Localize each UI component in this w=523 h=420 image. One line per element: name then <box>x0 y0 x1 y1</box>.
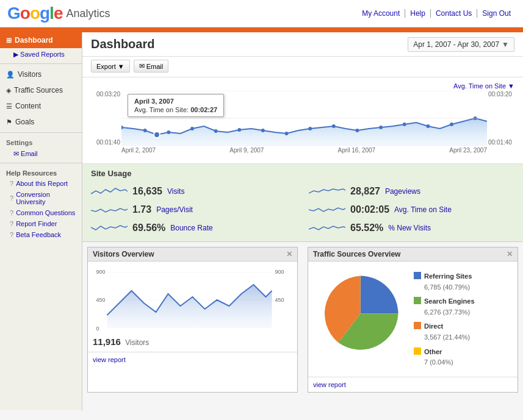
sidebar-item-visitors[interactable]: 👤 Visitors <box>0 66 82 82</box>
sidebar-dashboard-label: Dashboard <box>15 36 53 44</box>
legend-other-label: Other <box>424 347 453 358</box>
my-account-link[interactable]: My Account <box>357 9 405 18</box>
email-icon: ✉ <box>139 62 145 70</box>
legend-item-other: Other 7 (0.04%) <box>414 347 475 368</box>
chart-area: Avg. Time on Site ▼ 00:03:20 00:01:40 00… <box>82 77 523 164</box>
legend-search-value: 6,276 (37.73%) <box>424 307 475 318</box>
visitors-panel-body: 900 450 0 900 450 <box>88 262 297 352</box>
page-title: Dashboard <box>91 37 154 56</box>
traffic-view-report-link[interactable]: view report <box>313 381 346 388</box>
visitors-panel-footer: view report <box>88 352 297 367</box>
x-label-3: April 23, 2007 <box>449 147 487 154</box>
tooltip-label: Avg. Time on Site: <box>134 106 189 113</box>
line-chart: 00:03:20 00:01:40 00:03:20 00:01:40 <box>91 91 514 161</box>
visitors-unit: Visitors <box>125 338 149 347</box>
legend-direct-label: Direct <box>424 321 470 332</box>
svg-point-14 <box>426 124 430 128</box>
visitors-panel: Visitors Overview ✕ 900 450 <box>87 247 298 393</box>
email-button[interactable]: ✉ Email <box>134 60 169 73</box>
dropdown-arrow-icon: ▼ <box>502 40 509 49</box>
metric-bounce: 69.56% Bounce Rate <box>91 219 297 237</box>
metric-pageviews-label[interactable]: Pageviews <box>385 187 420 196</box>
metric-avg-time: 00:02:05 Avg. Time on Site <box>309 201 514 218</box>
orange-bar <box>0 27 523 32</box>
x-label-0: April 2, 2007 <box>121 147 156 154</box>
svg-text:450: 450 <box>96 297 106 303</box>
sign-out-link[interactable]: Sign Out <box>477 9 516 18</box>
help-item-questions[interactable]: ? Common Questions <box>0 207 82 218</box>
help-item-conversion[interactable]: ? Conversion University <box>0 189 82 207</box>
export-button[interactable]: Export ▼ <box>91 60 130 73</box>
sidebar-item-goals[interactable]: ⚑ Goals <box>0 114 82 130</box>
legend-item-referring: Referring Sites 6,785 (40.79%) <box>414 271 475 293</box>
svg-text:900: 900 <box>96 269 106 275</box>
traffic-icon: ◈ <box>6 87 11 94</box>
traffic-panel-close[interactable]: ✕ <box>507 250 513 258</box>
sparkline-pages <box>91 203 128 216</box>
tooltip-value-num: 00:02:27 <box>190 106 217 113</box>
visitors-panel-title: Visitors Overview <box>93 250 154 258</box>
legend-direct-value: 3,567 (21.44%) <box>424 332 470 343</box>
sidebar-divider-1 <box>0 63 82 64</box>
analytics-logo-text: Analytics <box>66 7 110 20</box>
metric-visits-label[interactable]: Visits <box>167 187 184 196</box>
visitors-view-report-link[interactable]: view report <box>93 356 126 363</box>
sidebar-divider-2 <box>0 132 82 133</box>
metric-time-label[interactable]: Avg. Time on Site <box>394 205 452 214</box>
logo: Google Analytics <box>7 4 110 23</box>
svg-point-8 <box>285 132 289 135</box>
x-axis-labels: April 2, 2007 April 9, 2007 April 16, 20… <box>121 147 487 154</box>
content-icon: ☰ <box>6 102 12 110</box>
help-link[interactable]: Help <box>405 9 431 18</box>
sidebar: ⊞ Dashboard ▶ Saved Reports 👤 Visitors ◈… <box>0 32 82 410</box>
help-item-finder[interactable]: ? Report Finder <box>0 218 82 229</box>
metric-pages-label[interactable]: Pages/Visit <box>156 205 193 214</box>
sidebar-saved-reports[interactable]: ▶ Saved Reports <box>0 48 82 61</box>
x-label-2: April 16, 2007 <box>337 147 375 154</box>
y-axis-right: 00:03:20 00:01:40 <box>488 91 514 146</box>
sidebar-divider-3 <box>0 163 82 163</box>
tooltip-value: Avg. Time on Site: 00:02:27 <box>134 106 217 113</box>
sidebar-item-traffic-sources[interactable]: ◈ Traffic Sources <box>0 82 82 98</box>
legend-search-label: Search Engines <box>424 296 475 307</box>
sidebar-item-content[interactable]: ☰ Content <box>0 98 82 114</box>
sparkline-pageviews <box>309 185 345 198</box>
y-axis-left: 00:03:20 00:01:40 <box>91 91 120 146</box>
svg-text:0: 0 <box>96 326 99 332</box>
sparkline-new-visits <box>309 221 345 235</box>
legend-color-other <box>414 347 421 355</box>
help-item-beta[interactable]: ? Beta Feedback <box>0 229 82 240</box>
svg-point-6 <box>237 128 241 132</box>
chart-legend-text: Avg. Time on Site <box>453 82 506 90</box>
legend-other-value: 7 (0.04%) <box>424 357 453 368</box>
metric-pages-value: 1.73 <box>132 204 151 215</box>
svg-text:900: 900 <box>275 269 284 275</box>
contact-us-link[interactable]: Contact Us <box>431 9 477 18</box>
bottom-panels: Visitors Overview ✕ 900 450 <box>82 242 523 397</box>
svg-point-7 <box>261 129 265 132</box>
legend-item-direct: Direct 3,567 (21.44%) <box>414 321 475 343</box>
date-range-picker[interactable]: Apr 1, 2007 - Apr 30, 2007 ▼ <box>408 37 514 52</box>
help-icon-finder: ? <box>10 220 13 227</box>
metric-time-value: 00:02:05 <box>350 204 389 215</box>
x-label-1: April 9, 2007 <box>229 147 264 154</box>
sidebar-settings-email[interactable]: ✉ Email <box>0 148 82 160</box>
chart-legend[interactable]: Avg. Time on Site ▼ <box>91 82 514 90</box>
chart-tooltip: April 3, 2007 Avg. Time on Site: 00:02:2… <box>128 94 224 117</box>
metric-bounce-label[interactable]: Bounce Rate <box>170 224 212 232</box>
metric-new-label[interactable]: % New Visits <box>388 224 431 232</box>
sidebar-item-dashboard[interactable]: ⊞ Dashboard <box>0 32 82 48</box>
visitors-panel-close[interactable]: ✕ <box>286 250 292 258</box>
svg-point-3 <box>167 130 170 134</box>
traffic-panel-footer: view report <box>308 377 518 392</box>
sparkline-bounce <box>91 221 128 235</box>
help-icon-questions: ? <box>10 209 13 216</box>
metric-visits-value: 16,635 <box>132 186 162 197</box>
sparkline-time <box>309 203 345 216</box>
legend-arrow-icon: ▼ <box>508 82 514 90</box>
header-nav: My Account Help Contact Us Sign Out <box>357 9 516 18</box>
svg-point-10 <box>332 124 336 128</box>
help-item-about[interactable]: ? About this Report <box>0 178 82 189</box>
pie-chart-svg <box>313 266 408 361</box>
visitors-chart-svg: 900 450 0 900 450 <box>93 266 292 333</box>
